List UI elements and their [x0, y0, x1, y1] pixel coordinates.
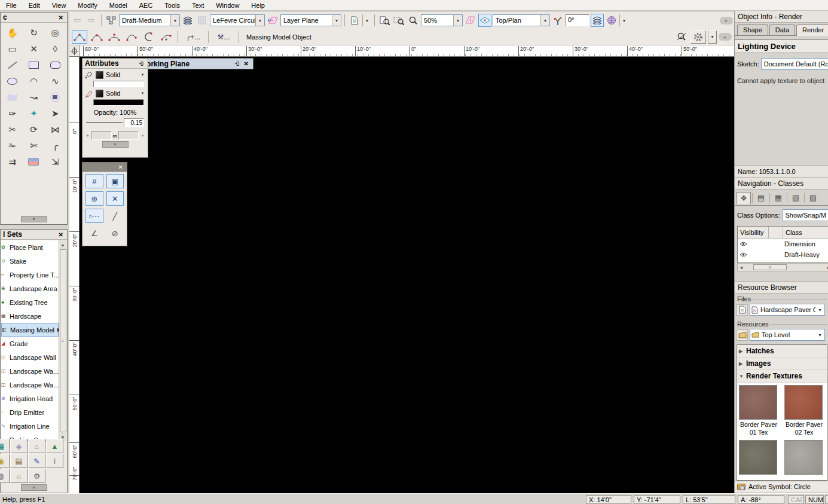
wand-tool[interactable]: ✦	[23, 106, 45, 121]
chevron-down-icon[interactable]: ▾	[708, 30, 717, 44]
classes-hscrollbar[interactable]: ◄ ≡ ►	[737, 263, 828, 271]
rotation-field[interactable]: 0°	[566, 14, 589, 26]
freehand-tool[interactable]: ∿	[44, 74, 66, 88]
section-hatches[interactable]: ▶ Hatches	[737, 345, 827, 358]
tab-data[interactable]: Data	[769, 25, 795, 35]
nav-tab-classes[interactable]: ❖	[737, 192, 751, 204]
object-info-title[interactable]: Object Info - Render	[735, 11, 828, 23]
working-plane-palette[interactable]: Working Plane ✕	[136, 58, 253, 69]
snap-distance-toggle[interactable]: ▫⋯	[85, 209, 103, 223]
chevron-down-icon[interactable]: ▾	[332, 15, 341, 26]
trim-tool[interactable]: ✁	[2, 138, 23, 153]
ruler-origin-corner[interactable]	[69, 45, 80, 57]
pan-tool[interactable]: ✋	[2, 25, 23, 40]
category-visualization[interactable]: ☼	[10, 469, 28, 483]
fillet-tool[interactable]: ╭	[44, 138, 66, 153]
category-building-shell[interactable]: ⌂	[28, 439, 45, 453]
texture-item[interactable]: Border Paver 02 Tex	[784, 385, 824, 436]
texture-thumbnail[interactable]	[784, 385, 823, 420]
tool-set-irrigation-line[interactable]: ∿Irrigation Line	[1, 419, 59, 433]
snap-constrain-angle-toggle[interactable]: ✕	[106, 191, 124, 206]
column-visibility[interactable]: Visibility	[738, 227, 769, 238]
scroll-left-icon[interactable]: ◄	[738, 264, 745, 270]
menu-edit[interactable]: Edit	[23, 1, 46, 10]
zoom-selection-icon[interactable]	[392, 14, 405, 27]
rotate-tool[interactable]: ⟳	[23, 122, 45, 137]
modebar-overflow-button[interactable]: ▸	[719, 33, 732, 41]
pin-icon[interactable]	[138, 61, 145, 66]
snap-grid-toggle[interactable]: #	[85, 174, 103, 188]
chevron-down-icon[interactable]: ▾	[815, 329, 824, 340]
section-render-textures[interactable]: ▼ Render Textures	[737, 370, 827, 383]
fill-color-swatch[interactable]	[96, 71, 103, 79]
category-site-planning[interactable]: ◈	[10, 439, 28, 453]
collapse-button[interactable]: ▼	[21, 216, 47, 222]
link-icon[interactable]: ∞	[113, 132, 118, 139]
mode-arc-vertex[interactable]	[141, 30, 157, 44]
snapping-titlebar[interactable]: ✕	[83, 163, 127, 172]
delete-tool[interactable]: ✕	[23, 41, 45, 56]
menu-aec[interactable]: AEC	[133, 1, 159, 10]
texture-thumbnail[interactable]	[739, 440, 777, 475]
marker-end-box[interactable]	[118, 131, 139, 140]
nav-tab-viewports[interactable]: ▧	[789, 192, 803, 204]
mode-point-on-arc[interactable]	[158, 30, 174, 44]
attributes-titlebar[interactable]: Attributes	[83, 59, 148, 69]
snap-edge-toggle[interactable]: ╱	[106, 209, 124, 223]
zoom-icon[interactable]	[407, 14, 420, 27]
flyover-icon[interactable]	[478, 14, 491, 27]
menu-model[interactable]: Model	[103, 1, 133, 10]
angle-field[interactable]: A: -88°	[738, 495, 784, 504]
drawing-area[interactable]: 60'-0" 50'-0" 40'-0" 30'-0" 20'-0" 10'-0…	[69, 45, 734, 493]
navigation-title[interactable]: Navigation - Classes	[735, 178, 828, 190]
texture-thumbnail[interactable]	[784, 440, 823, 475]
class-navigation-icon[interactable]	[105, 14, 118, 27]
menu-window[interactable]: Window	[210, 1, 245, 10]
chevron-down-icon[interactable]: ▾	[619, 14, 628, 26]
mode-bezier-vertex[interactable]	[89, 30, 105, 44]
folder-button[interactable]	[737, 329, 748, 341]
column-spacer[interactable]	[769, 227, 783, 238]
tool-set-landscape-wall-2[interactable]: ◫Landscape Wa...	[1, 364, 59, 378]
basic-palette-titlebar[interactable]: c ✕	[1, 13, 67, 23]
scroll-up-icon[interactable]: ▲	[59, 240, 67, 249]
tool-set-massing-model[interactable]: ◧Massing Model▶	[1, 323, 59, 337]
category-furnishing[interactable]: ▤	[10, 454, 28, 468]
chevron-down-icon[interactable]: ▾	[140, 89, 145, 97]
line-weight-field[interactable]: 0.15	[124, 118, 144, 127]
scrollbar-thumb[interactable]: ≡	[60, 249, 66, 432]
menu-text[interactable]: Text	[186, 1, 210, 10]
zoom-level-dropdown[interactable]: 50% ▾	[421, 14, 463, 26]
tool-set-landscape-area[interactable]: ❀Landscape Area	[1, 282, 59, 295]
pen-pencil-icon[interactable]	[85, 90, 93, 97]
line-tool[interactable]	[2, 57, 23, 72]
forward-icon[interactable]: ⇨	[85, 14, 98, 27]
eye-icon[interactable]	[738, 242, 748, 246]
nav-tab-sheet-layers[interactable]: ▦	[771, 192, 786, 204]
tool-set-hardscape[interactable]: ▦Hardscape	[1, 309, 59, 323]
length-field[interactable]: L: 53'5"	[683, 495, 735, 504]
chevron-down-icon[interactable]: ▾	[140, 132, 145, 140]
y-coordinate-field[interactable]: Y: -71'4"	[634, 495, 680, 504]
eyedropper-tool[interactable]: ✑	[2, 106, 23, 121]
sketch-style-dropdown[interactable]: Document Default (Rou	[761, 58, 828, 70]
resources-dropdown[interactable]: Top Level ▾	[750, 329, 825, 341]
resource-browser-title[interactable]: Resource Browser	[735, 282, 828, 294]
menu-modify[interactable]: Modify	[72, 1, 103, 10]
rounded-rectangle-tool[interactable]	[44, 57, 66, 72]
callout-tool[interactable]: ▭	[2, 41, 23, 56]
table-row[interactable]: Dimension	[738, 239, 828, 249]
no-zoom-icon[interactable]	[676, 30, 689, 44]
extract-tool[interactable]: ◊	[44, 41, 66, 56]
ellipse-tool[interactable]	[2, 74, 23, 88]
chevron-down-icon[interactable]: ▾	[140, 71, 145, 79]
menu-help[interactable]: Help	[245, 1, 271, 10]
tab-shape[interactable]: Shape	[737, 25, 768, 35]
polygon-tool[interactable]	[2, 90, 23, 105]
offset-tool[interactable]: ⇉	[2, 154, 23, 169]
tool-set-grade[interactable]: ◢Grade	[1, 337, 59, 350]
menu-file[interactable]: File	[0, 1, 23, 10]
chevron-down-icon[interactable]: ▾	[85, 132, 90, 140]
close-icon[interactable]: ✕	[117, 164, 124, 170]
toolbar-overflow-button[interactable]: ▸	[720, 17, 733, 25]
